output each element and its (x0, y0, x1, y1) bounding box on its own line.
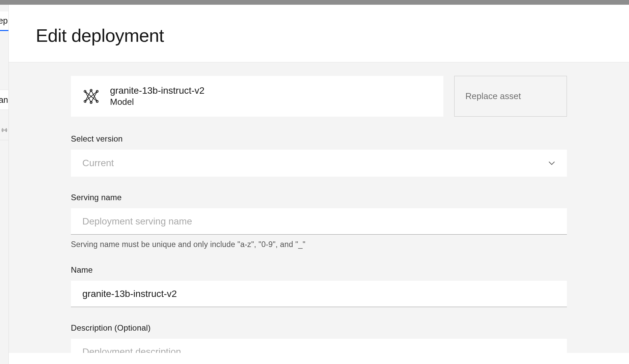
version-selected-value: Current (82, 158, 548, 169)
modal-header: Edit deployment (9, 5, 629, 62)
serving-name-helper: Serving name must be unique and only inc… (71, 240, 567, 249)
asset-card: granite-13b-instruct-v2 Model (71, 76, 443, 117)
background-icon-fragment (0, 120, 8, 140)
description-input[interactable] (71, 339, 567, 353)
modal-title: Edit deployment (36, 25, 602, 46)
chevron-down-icon (548, 159, 555, 167)
broadcast-icon (1, 127, 8, 133)
version-field: Select version Current (71, 134, 567, 177)
replace-asset-button[interactable]: Replace asset (454, 76, 567, 117)
asset-text: granite-13b-instruct-v2 Model (110, 85, 204, 107)
name-input[interactable] (71, 281, 567, 307)
asset-row: granite-13b-instruct-v2 Model Replace as… (71, 76, 567, 117)
modal-body: granite-13b-instruct-v2 Model Replace as… (9, 62, 629, 353)
description-label: Description (Optional) (71, 323, 567, 333)
model-icon (82, 88, 100, 105)
description-field: Description (Optional) (71, 323, 567, 353)
name-field: Name (71, 265, 567, 307)
asset-name: granite-13b-instruct-v2 (110, 85, 204, 96)
version-select[interactable]: Current (71, 150, 567, 177)
background-row-fragment: an (0, 90, 8, 110)
background-page-peek: ep an (0, 5, 9, 364)
version-label: Select version (71, 134, 567, 144)
serving-name-input[interactable] (71, 208, 567, 235)
serving-name-label: Serving name (71, 193, 567, 202)
serving-name-field: Serving name Serving name must be unique… (71, 193, 567, 249)
edit-deployment-modal: Edit deployment (9, 5, 629, 364)
name-label: Name (71, 265, 567, 275)
modal-backdrop (0, 0, 629, 5)
asset-type: Model (110, 97, 204, 107)
background-tab-fragment: ep (0, 11, 8, 31)
svg-point-0 (4, 129, 5, 130)
